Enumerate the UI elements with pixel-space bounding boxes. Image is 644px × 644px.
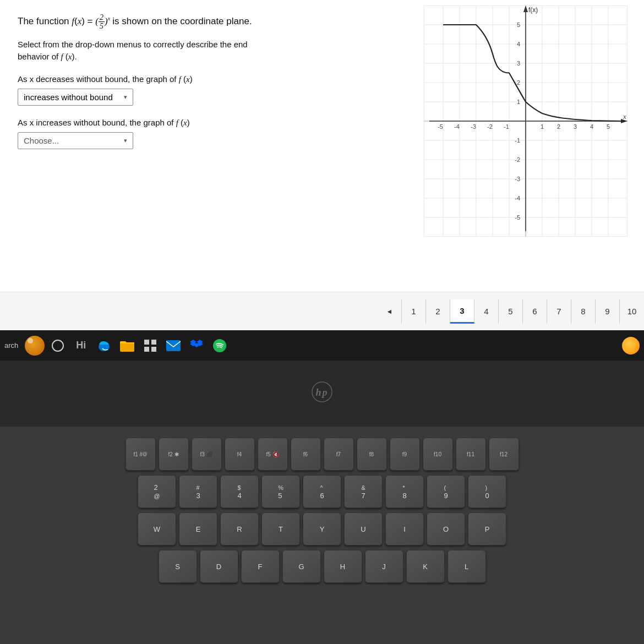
key-H[interactable]: H xyxy=(324,550,362,583)
prev-page-button[interactable]: ◄ xyxy=(378,299,402,324)
key-2[interactable]: 2@ xyxy=(138,475,176,508)
taskbar-dropbox-icon[interactable] xyxy=(187,336,206,356)
key-S[interactable]: S xyxy=(159,550,197,583)
key-I-label: I xyxy=(403,525,406,533)
page-10-button[interactable]: 10 xyxy=(620,299,644,324)
svg-text:4: 4 xyxy=(517,41,520,47)
page-3-button[interactable]: 3 xyxy=(450,299,474,324)
page-6-button[interactable]: 6 xyxy=(523,299,547,324)
question2-dropdown[interactable]: Choose... ▾ xyxy=(18,132,133,149)
page-1-button[interactable]: 1 xyxy=(402,299,426,324)
f11-key[interactable]: f11 xyxy=(456,438,486,471)
f1-key[interactable]: f1 #@ xyxy=(125,438,156,471)
svg-text:-3: -3 xyxy=(515,176,520,182)
key-7[interactable]: &7 xyxy=(344,475,383,508)
key-7-label: &7 xyxy=(361,483,365,500)
question1-dropdown[interactable]: increases without bound ▾ xyxy=(18,89,133,106)
chevron-down-icon: ▾ xyxy=(124,94,127,101)
key-P-label: P xyxy=(485,525,490,533)
key-T[interactable]: T xyxy=(261,512,300,545)
page-7-button[interactable]: 7 xyxy=(547,299,571,324)
f2-key[interactable]: f2 ✱ xyxy=(159,438,189,471)
key-U[interactable]: U xyxy=(344,512,383,545)
svg-rect-56 xyxy=(166,340,181,351)
qwerty-row: W E R T Y U I O P xyxy=(138,512,506,545)
key-F[interactable]: F xyxy=(241,550,280,583)
page-4-button[interactable]: 4 xyxy=(474,299,499,324)
page-2-button[interactable]: 2 xyxy=(426,299,450,324)
key-6-label: ^6 xyxy=(320,483,324,500)
svg-text:-1: -1 xyxy=(504,123,509,130)
f8-key[interactable]: f8 xyxy=(357,438,387,471)
svg-text:x: x xyxy=(623,112,626,121)
svg-text:-2: -2 xyxy=(487,123,493,130)
f12-key[interactable]: f12 xyxy=(489,438,519,471)
svg-text:-5: -5 xyxy=(438,123,443,130)
page-9-button[interactable]: 9 xyxy=(596,299,620,324)
key-O[interactable]: O xyxy=(427,512,465,545)
key-E-label: E xyxy=(196,525,201,533)
taskbar-apps-icon[interactable] xyxy=(140,336,160,356)
f10-key[interactable]: f10 xyxy=(423,438,453,471)
taskbar-edge-icon[interactable] xyxy=(94,336,114,356)
taskbar-spotify-icon[interactable] xyxy=(210,336,230,356)
key-K-label: K xyxy=(423,563,428,571)
key-K[interactable]: K xyxy=(406,550,445,583)
key-R-label: R xyxy=(237,525,242,533)
key-6[interactable]: ^6 xyxy=(303,475,341,508)
key-0[interactable]: )0 xyxy=(468,475,506,508)
svg-text:1: 1 xyxy=(541,123,544,130)
key-L-label: L xyxy=(465,563,468,571)
taskbar: arch Hi xyxy=(0,330,644,361)
key-8-label: *8 xyxy=(402,483,406,500)
taskbar-globe-icon[interactable] xyxy=(25,336,45,356)
svg-text:2: 2 xyxy=(517,79,520,86)
key-I[interactable]: I xyxy=(385,512,424,545)
page-5-button[interactable]: 5 xyxy=(499,299,523,324)
svg-text:-1: -1 xyxy=(515,137,520,144)
key-G[interactable]: G xyxy=(282,550,321,583)
f6-key[interactable]: f6 xyxy=(291,438,321,471)
keyboard-area: f1 #@ f2 ✱ f3 ⬛ f4 f5 🔇 f6 f7 f8 f9 f10 … xyxy=(0,427,644,644)
taskbar-cortana-icon[interactable]: Hi xyxy=(71,336,91,356)
key-0-label: )0 xyxy=(485,483,489,500)
f7-key[interactable]: f7 xyxy=(324,438,354,471)
key-E[interactable]: E xyxy=(179,512,217,545)
key-P[interactable]: P xyxy=(468,512,506,545)
key-5[interactable]: %5 xyxy=(261,475,300,508)
key-3[interactable]: #3 xyxy=(179,475,217,508)
svg-text:-4: -4 xyxy=(515,195,520,201)
f9-key[interactable]: f9 xyxy=(390,438,420,471)
f3-key[interactable]: f3 ⬛ xyxy=(192,438,222,471)
key-9[interactable]: (9 xyxy=(427,475,465,508)
pagination-inner: ◄ 1 2 3 4 5 6 7 8 9 10 xyxy=(378,299,644,324)
svg-text:5: 5 xyxy=(607,123,610,130)
taskbar-folder-icon[interactable] xyxy=(117,336,137,356)
key-5-label: %5 xyxy=(278,483,283,500)
key-D-label: D xyxy=(216,563,221,571)
key-Y[interactable]: Y xyxy=(303,512,341,545)
key-L[interactable]: L xyxy=(447,550,486,583)
function-key-row: f1 #@ f2 ✱ f3 ⬛ f4 f5 🔇 f6 f7 f8 f9 f10 … xyxy=(125,438,519,471)
key-J[interactable]: J xyxy=(365,550,403,583)
svg-text:-5: -5 xyxy=(515,214,520,221)
f5-key[interactable]: f5 🔇 xyxy=(258,438,288,471)
svg-text:5: 5 xyxy=(517,21,520,28)
taskbar-mail-icon[interactable] xyxy=(163,336,183,356)
svg-text:3: 3 xyxy=(517,60,520,67)
key-4[interactable]: $4 xyxy=(220,475,259,508)
key-8[interactable]: *8 xyxy=(385,475,424,508)
svg-text:f(x): f(x) xyxy=(528,6,538,14)
key-G-label: G xyxy=(298,563,304,571)
key-D[interactable]: D xyxy=(200,550,238,583)
svg-text:1: 1 xyxy=(517,99,520,105)
key-R[interactable]: R xyxy=(220,512,259,545)
taskbar-search-icon[interactable] xyxy=(48,336,68,356)
key-W[interactable]: W xyxy=(138,512,176,545)
page-8-button[interactable]: 8 xyxy=(571,299,596,324)
f4-key[interactable]: f4 xyxy=(225,438,255,471)
key-W-label: W xyxy=(154,525,160,533)
svg-rect-51 xyxy=(120,342,134,352)
svg-text:-2: -2 xyxy=(515,156,520,163)
key-F-label: F xyxy=(258,563,263,571)
